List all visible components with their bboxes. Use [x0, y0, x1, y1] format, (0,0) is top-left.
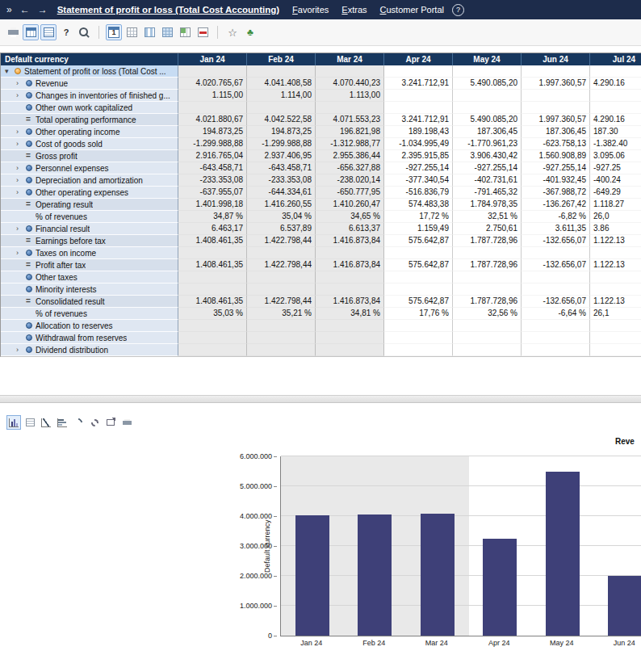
- value-cell[interactable]: 1.416.260,55: [247, 199, 316, 211]
- value-cell[interactable]: 1.416.873,84: [316, 296, 384, 308]
- value-cell[interactable]: [247, 332, 316, 344]
- value-cell[interactable]: [384, 102, 453, 114]
- row-label-cell[interactable]: ›Revenue: [1, 78, 178, 90]
- value-cell[interactable]: [522, 332, 590, 344]
- value-cell[interactable]: [316, 65, 384, 78]
- value-cell[interactable]: 6.537,89: [247, 223, 316, 235]
- value-cell[interactable]: [453, 102, 522, 114]
- value-cell[interactable]: 4.070.440,23: [316, 78, 384, 90]
- bar[interactable]: [608, 576, 641, 636]
- value-cell[interactable]: [590, 65, 641, 78]
- value-cell[interactable]: -927.25: [590, 162, 641, 174]
- value-cell[interactable]: -649.29: [590, 187, 641, 199]
- value-cell[interactable]: 187.306,45: [453, 126, 522, 138]
- value-cell[interactable]: 187.306,45: [522, 126, 590, 138]
- expand-icon[interactable]: ›: [16, 78, 26, 89]
- value-cell[interactable]: [384, 90, 453, 102]
- value-cell[interactable]: 26,0: [590, 211, 641, 223]
- row-label-cell[interactable]: % of revenues: [1, 308, 178, 320]
- value-cell[interactable]: [384, 320, 453, 332]
- value-cell[interactable]: 1.787.728,96: [453, 296, 522, 308]
- value-cell[interactable]: 575.642,87: [384, 235, 453, 247]
- value-cell[interactable]: -644.334,61: [247, 187, 316, 199]
- value-cell[interactable]: [384, 284, 453, 296]
- column-header[interactable]: Jun 24: [522, 53, 590, 65]
- value-cell[interactable]: -1.034.995,49: [384, 138, 453, 150]
- column-header[interactable]: Jul 24: [590, 53, 641, 65]
- value-cell[interactable]: [590, 344, 641, 356]
- value-cell[interactable]: [590, 271, 641, 284]
- value-cell[interactable]: -927.255,14: [384, 162, 453, 174]
- chart-bar-icon[interactable]: [6, 415, 21, 430]
- column-header[interactable]: Apr 24: [384, 53, 453, 65]
- value-cell[interactable]: -927.255,14: [453, 162, 522, 174]
- value-cell[interactable]: 1.422.798,44: [247, 235, 316, 247]
- clover-icon[interactable]: ♣: [242, 24, 258, 40]
- value-cell[interactable]: [522, 271, 590, 284]
- value-cell[interactable]: 4.290.16: [590, 78, 641, 90]
- value-cell[interactable]: [522, 320, 590, 332]
- value-cell[interactable]: 189.198,43: [384, 126, 453, 138]
- value-cell[interactable]: [453, 90, 522, 102]
- row-label-cell[interactable]: =Operating result: [1, 199, 178, 211]
- value-cell[interactable]: 17,76 %: [384, 308, 453, 320]
- value-cell[interactable]: 1.560.908,89: [522, 150, 590, 162]
- column-header[interactable]: May 24: [453, 53, 522, 65]
- value-cell[interactable]: [316, 344, 384, 356]
- value-cell[interactable]: [590, 90, 641, 102]
- value-cell[interactable]: 2.955.386,44: [316, 150, 384, 162]
- help-circle-icon[interactable]: ?: [452, 4, 464, 16]
- grid-green-icon[interactable]: [177, 24, 193, 40]
- bar[interactable]: [295, 515, 329, 636]
- sheet-view-icon[interactable]: [40, 24, 57, 40]
- expand-icon[interactable]: ›: [16, 90, 26, 101]
- value-cell[interactable]: -791.465,32: [453, 187, 522, 199]
- value-cell[interactable]: -643.458,71: [247, 162, 316, 174]
- value-cell[interactable]: 3.241.712,91: [384, 114, 453, 126]
- chart-line-icon[interactable]: [39, 415, 53, 430]
- row-label-cell[interactable]: ›Other operating income: [1, 126, 178, 138]
- value-cell[interactable]: -400.24: [590, 174, 641, 187]
- print-icon[interactable]: [5, 24, 21, 40]
- chart-print-icon[interactable]: [119, 415, 134, 430]
- value-cell[interactable]: 32,56 %: [453, 308, 522, 320]
- row-label-cell[interactable]: =Gross profit: [1, 150, 178, 162]
- value-cell[interactable]: 5.490.085,20: [453, 78, 522, 90]
- collapse-icon[interactable]: ▾: [5, 65, 15, 77]
- value-cell[interactable]: [522, 90, 590, 102]
- row-label-cell[interactable]: Allocation to reserves: [1, 320, 178, 332]
- value-cell[interactable]: 194.873,25: [247, 126, 316, 138]
- value-cell[interactable]: 196.821,98: [316, 126, 384, 138]
- value-cell[interactable]: 35,21 %: [247, 308, 316, 320]
- value-cell[interactable]: 34,65 %: [316, 211, 384, 223]
- bar[interactable]: [546, 472, 580, 636]
- row-label-cell[interactable]: =Consolidated result: [1, 296, 178, 308]
- value-cell[interactable]: 1.422.798,44: [247, 296, 316, 308]
- value-cell[interactable]: 3.095.06: [590, 150, 641, 162]
- row-label-cell[interactable]: ›Other operating expenses: [1, 187, 178, 199]
- name-column-header[interactable]: Default currency: [1, 53, 178, 65]
- expand-icon[interactable]: ›: [16, 187, 26, 198]
- menu-item-customer-portal[interactable]: Customer Portal: [380, 5, 444, 15]
- row-label-cell[interactable]: =Total operating performance: [1, 114, 178, 126]
- value-cell[interactable]: -1.770.961,23: [453, 138, 522, 150]
- panel-splitter[interactable]: [0, 395, 641, 403]
- row-label-cell[interactable]: =Profit after tax: [1, 259, 178, 271]
- value-cell[interactable]: -650.777,95: [316, 187, 384, 199]
- value-cell[interactable]: [247, 284, 316, 296]
- row-label-cell[interactable]: ▾Statement of profit or loss (Total Cost…: [1, 65, 178, 78]
- value-cell[interactable]: 1.113,00: [316, 90, 384, 102]
- row-label-cell[interactable]: ›Personnel expenses: [1, 162, 178, 174]
- value-cell[interactable]: [247, 320, 316, 332]
- value-cell[interactable]: -637.955,07: [178, 187, 247, 199]
- row-label-cell[interactable]: Other own work capitalized: [1, 102, 178, 114]
- value-cell[interactable]: -401.932,45: [522, 174, 590, 187]
- value-cell[interactable]: [590, 332, 641, 344]
- value-cell[interactable]: -927.255,14: [522, 162, 590, 174]
- value-cell[interactable]: [247, 344, 316, 356]
- chart-export-icon[interactable]: [103, 415, 118, 430]
- value-cell[interactable]: -1.299.988,88: [178, 138, 247, 150]
- value-cell[interactable]: [590, 320, 641, 332]
- row-label-cell[interactable]: Withdrawal from reserves: [1, 332, 178, 344]
- bar[interactable]: [421, 514, 455, 636]
